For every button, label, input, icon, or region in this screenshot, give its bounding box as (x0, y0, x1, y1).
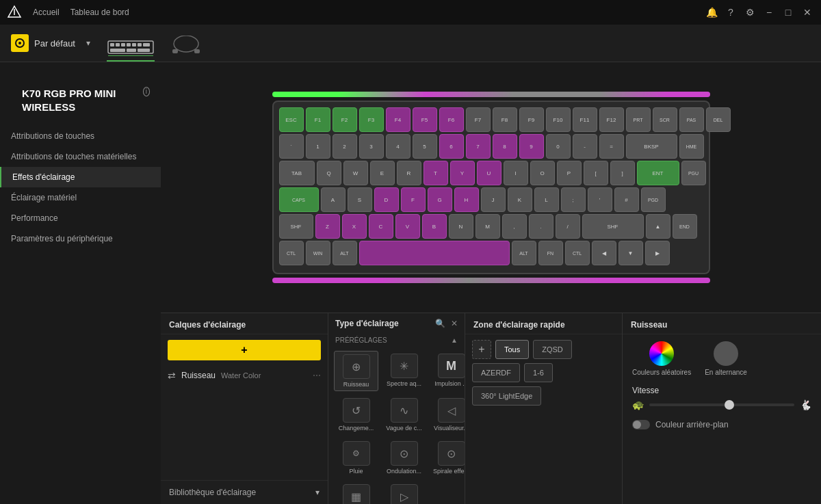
color-aleatoires[interactable]: Couleurs aléatoires (632, 341, 691, 376)
zone-zqsd[interactable]: ZQSD (533, 340, 572, 359)
key-b[interactable]: B (422, 214, 447, 239)
key-1[interactable]: 1 (306, 134, 330, 159)
key-down[interactable]: ▼ (618, 241, 643, 265)
preset-pluie[interactable]: ⚙ Pluie (334, 438, 378, 477)
key-del[interactable]: DEL (706, 107, 731, 132)
nav-tableau-de-bord[interactable]: Tableau de bord (70, 8, 129, 17)
key-lbracket[interactable]: [ (584, 161, 608, 185)
key-semicolon[interactable]: ; (561, 187, 586, 212)
preset-ruisseau[interactable]: ⊕ Ruisseau (334, 351, 378, 391)
key-space[interactable] (359, 241, 510, 265)
layer-more-icon[interactable]: ⋯ (313, 371, 321, 380)
zone-add-button[interactable]: + (472, 340, 491, 359)
key-2[interactable]: 2 (333, 134, 357, 159)
key-left[interactable]: ◀ (592, 241, 616, 265)
key-ctrl-r[interactable]: CTL (565, 241, 590, 265)
preset-icon10[interactable]: ▷ (382, 481, 426, 504)
key-f7[interactable]: F7 (466, 107, 491, 132)
sidebar-item-effets-eclairage[interactable]: Effets d'éclairage (0, 167, 161, 187)
preset-visualiseur[interactable]: ◁ Visualiseur... (430, 395, 465, 434)
close-button[interactable]: ✕ (800, 5, 814, 19)
collapse-icon[interactable]: ▲ (451, 336, 458, 344)
minimize-button[interactable]: − (762, 5, 776, 19)
key-c[interactable]: C (369, 214, 393, 239)
zone-azerdf[interactable]: AZERDF (472, 363, 520, 382)
key-hash[interactable]: # (614, 187, 639, 212)
speed-slider[interactable] (649, 403, 794, 406)
key-right[interactable]: ▶ (645, 241, 670, 265)
key-quote[interactable]: ' (588, 187, 612, 212)
settings-icon[interactable]: ⚙ (743, 5, 757, 19)
key-up[interactable]: ▲ (646, 214, 670, 239)
key-slash[interactable]: / (556, 214, 580, 239)
key-scr[interactable]: SCR (653, 107, 677, 132)
key-backspace[interactable]: BKSP (626, 134, 677, 159)
key-win[interactable]: WIN (306, 241, 330, 265)
key-f2[interactable]: F2 (333, 107, 357, 132)
key-shift-r[interactable]: SHF (582, 214, 644, 239)
key-o[interactable]: O (530, 161, 555, 185)
notification-icon[interactable]: 🔔 (705, 5, 718, 19)
key-u[interactable]: U (477, 161, 501, 185)
zone-1-6[interactable]: 1-6 (524, 363, 553, 382)
key-f5[interactable]: F5 (413, 107, 437, 132)
key-m[interactable]: M (475, 214, 500, 239)
key-ctrl-l[interactable]: CTL (279, 241, 304, 265)
key-f1[interactable]: F1 (306, 107, 330, 132)
preset-vague[interactable]: ∿ Vague de c... (382, 395, 426, 434)
key-fn[interactable]: FN (538, 241, 563, 265)
bg-color-toggle[interactable] (632, 420, 650, 429)
key-y[interactable]: Y (450, 161, 475, 185)
preset-spirale[interactable]: ⊙ Spirale effe... (430, 438, 465, 477)
key-l[interactable]: L (534, 187, 559, 212)
key-equals[interactable]: = (599, 134, 624, 159)
key-i[interactable]: I (504, 161, 528, 185)
key-rbracket[interactable]: ] (610, 161, 635, 185)
preset-impulsion[interactable]: M Impulsion ... (430, 351, 465, 391)
key-comma[interactable]: , (502, 214, 527, 239)
key-a[interactable]: A (321, 187, 346, 212)
key-shift-l[interactable]: SHF (279, 214, 313, 239)
panel-close-icon[interactable]: ✕ (451, 319, 458, 328)
key-4[interactable]: 4 (386, 134, 410, 159)
key-w[interactable]: W (343, 161, 368, 185)
key-period[interactable]: . (529, 214, 553, 239)
key-3[interactable]: 3 (359, 134, 384, 159)
key-6[interactable]: 6 (439, 134, 464, 159)
zone-360-lightedge[interactable]: 360° LightEdge (472, 386, 541, 406)
sidebar-item-eclairage-materiel[interactable]: Éclairage matériel (0, 187, 161, 208)
sidebar-item-attributions-touches[interactable]: Attributions de touches (0, 126, 161, 146)
add-layer-button[interactable]: + (168, 340, 321, 360)
key-home[interactable]: HME (679, 134, 704, 159)
key-pause[interactable]: PAS (679, 107, 704, 132)
key-k[interactable]: K (508, 187, 532, 212)
key-j[interactable]: J (481, 187, 506, 212)
key-f4[interactable]: F4 (386, 107, 410, 132)
key-caps[interactable]: CAPS (279, 187, 319, 212)
key-pgdn[interactable]: PGD (641, 187, 666, 212)
key-esc[interactable]: ESC (279, 107, 304, 132)
key-alt-l[interactable]: ALT (333, 241, 357, 265)
key-v[interactable]: V (395, 214, 420, 239)
key-alt-r[interactable]: ALT (512, 241, 536, 265)
key-0[interactable]: 0 (546, 134, 571, 159)
layer-item[interactable]: ⇄ Ruisseau Water Color ⋯ (161, 366, 328, 385)
key-f11[interactable]: F11 (573, 107, 597, 132)
key-minus[interactable]: - (573, 134, 597, 159)
preset-changement[interactable]: ↺ Changeme... (334, 395, 378, 434)
key-h[interactable]: H (454, 187, 479, 212)
key-z[interactable]: Z (315, 214, 340, 239)
key-9[interactable]: 9 (519, 134, 544, 159)
preset-ondulation[interactable]: ⊙ Ondulation... (382, 438, 426, 477)
key-d[interactable]: D (374, 187, 399, 212)
nav-accueil[interactable]: Accueil (33, 8, 60, 17)
key-5[interactable]: 5 (413, 134, 437, 159)
preset-spectre[interactable]: ✳ Spectre aq... (382, 351, 426, 391)
key-f10[interactable]: F10 (546, 107, 571, 132)
key-8[interactable]: 8 (493, 134, 517, 159)
key-f3[interactable]: F3 (359, 107, 384, 132)
key-s[interactable]: S (348, 187, 372, 212)
info-icon[interactable]: i (143, 87, 150, 96)
key-n[interactable]: N (449, 214, 473, 239)
key-f8[interactable]: F8 (493, 107, 517, 132)
